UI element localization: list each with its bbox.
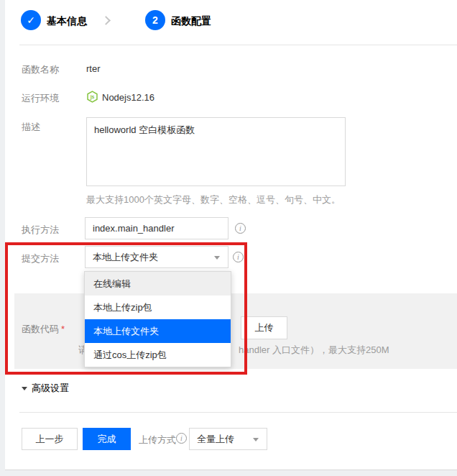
- nodejs-icon: js: [86, 91, 98, 106]
- required-asterisk: *: [61, 324, 65, 334]
- step1-done-circle: ✓: [21, 10, 41, 30]
- upload-mode-label: 上传方式: [139, 434, 176, 447]
- handler-input[interactable]: [85, 217, 228, 239]
- check-icon: ✓: [27, 14, 35, 26]
- submit-method-info-icon[interactable]: i: [233, 252, 244, 262]
- submit-method-dropdown: 在线编辑 本地上传zip包 本地上传文件夹 通过cos上传zip包: [84, 271, 231, 367]
- step2-label: 函数配置: [171, 15, 211, 28]
- handler-info-icon[interactable]: i: [235, 223, 246, 234]
- caret-down-icon: [214, 256, 220, 260]
- advanced-settings-toggle[interactable]: 高级设置: [22, 382, 69, 395]
- description-textarea[interactable]: helloworld 空白模板函数: [86, 117, 346, 186]
- function-code-section: 函数代码* 上传 请 handler 入口文件），最大支持250M: [14, 293, 457, 369]
- runtime-value: Nodejs12.16: [102, 92, 154, 103]
- dropdown-option-upload-zip[interactable]: 本地上传zip包: [85, 296, 231, 319]
- submit-method-value: 本地上传文件夹: [93, 251, 158, 264]
- function-name-value: rter: [86, 63, 101, 74]
- runtime-label: 运行环境: [22, 92, 59, 105]
- step1-label: 基本信息: [47, 15, 87, 28]
- upload-mode-value: 全量上传: [197, 433, 234, 446]
- svg-text:js: js: [90, 94, 95, 100]
- submit-method-label: 提交方法: [22, 252, 59, 265]
- caret-down-icon: [253, 438, 259, 441]
- upload-mode-info-icon[interactable]: i: [176, 433, 187, 444]
- upload-button[interactable]: 上传: [241, 316, 287, 339]
- divider-bottom: [19, 412, 457, 413]
- chevron-right-icon: [101, 16, 111, 25]
- description-label: 描述: [22, 121, 40, 134]
- step2-number: 2: [152, 14, 158, 26]
- function-code-label: 函数代码*: [22, 323, 65, 336]
- handler-label: 执行方法: [22, 224, 59, 237]
- function-name-label: 函数名称: [22, 63, 59, 76]
- submit-method-select[interactable]: 本地上传文件夹: [85, 246, 228, 268]
- dropdown-option-online-edit[interactable]: 在线编辑: [85, 272, 231, 296]
- page: ✓ 基本信息 2 函数配置 函数名称 rter 运行环境 js Nodejs12…: [0, 0, 457, 476]
- dropdown-option-cos-zip[interactable]: 通过cos上传zip包: [85, 343, 231, 367]
- triangle-down-icon: [22, 387, 27, 390]
- previous-step-button[interactable]: 上一步: [22, 428, 78, 450]
- description-hint: 最大支持1000个英文字母、数字、空格、逗号、句号、中文。: [86, 193, 341, 206]
- finish-button[interactable]: 完成: [83, 428, 131, 450]
- advanced-settings-label: 高级设置: [32, 383, 69, 393]
- content-panel: ✓ 基本信息 2 函数配置 函数名称 rter 运行环境 js Nodejs12…: [5, 0, 457, 470]
- dropdown-option-upload-folder[interactable]: 本地上传文件夹: [85, 319, 231, 343]
- upload-mode-select[interactable]: 全量上传: [189, 428, 267, 450]
- code-hint-fragment-right: handler 入口文件），最大支持250M: [239, 344, 389, 357]
- step2-circle: 2: [145, 10, 165, 30]
- divider-top: [19, 45, 457, 45]
